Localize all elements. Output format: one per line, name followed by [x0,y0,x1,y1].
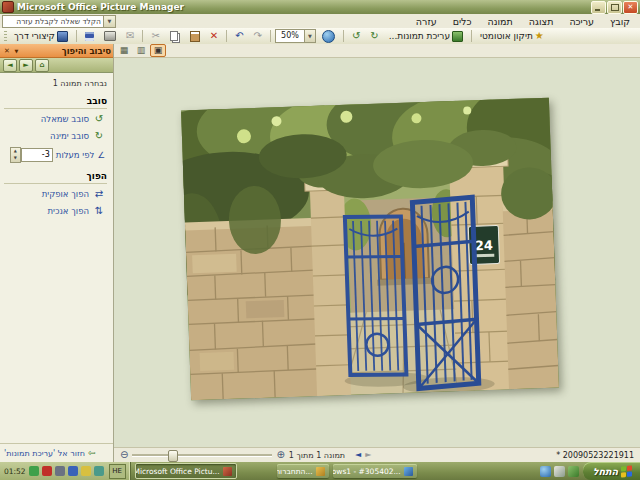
system-tray: 01:52 HE [0,462,131,480]
menu-edit[interactable]: עריכה [561,15,602,28]
shortcuts-button[interactable]: קיצורי דרך [10,28,72,44]
picture-canvas: 24 [114,58,640,447]
tray-icon-yellow[interactable] [81,466,91,476]
show-desktop-icon[interactable] [554,466,565,477]
rotate-left-link[interactable]: ↺ סובב שמאלה [4,113,105,124]
flip-horizontal-link[interactable]: ⇄ הפוך אופקית [4,188,105,199]
help-question-box: ▼ [2,16,116,27]
quick-launch [536,466,583,477]
internet-explorer-icon[interactable] [540,466,551,477]
flip-vertical-link[interactable]: ⇅ הפוך אנכית [4,205,105,216]
close-button[interactable]: ✕ [623,1,638,14]
autocorrect-icon: ★ [535,31,544,41]
minimize-button[interactable] [591,1,606,14]
by-degree-label: לפי מעלות [56,150,95,160]
best-fit-icon [322,30,335,43]
rotate-section-header: סובב [4,96,107,109]
tray-icon-teal[interactable] [94,466,104,476]
menu-file[interactable]: קובץ [602,15,638,28]
copy-icon [170,31,178,41]
hebrew-window-task-icon [316,467,325,476]
save-button[interactable] [81,28,98,44]
tray-icon-antivirus[interactable] [42,466,52,476]
menu-tools[interactable]: כלים [445,15,480,28]
single-view-button[interactable]: ▣ [150,44,166,57]
zoom-value[interactable]: 50% [275,29,305,43]
undo-button[interactable]: ↶ [231,28,247,44]
restore-button[interactable] [607,1,622,14]
rotate-right-button[interactable]: ↻ [366,28,382,44]
previous-picture-icon[interactable]: ◄ [355,451,361,459]
tray-icon-gray[interactable] [55,466,65,476]
picture-manager-task-icon [223,467,232,476]
rotate-left-icon: ↺ [352,31,360,41]
tray-icon-green[interactable] [29,466,39,476]
app-icon [2,1,14,13]
degree-spinner[interactable]: ▲ ▼ [10,147,21,163]
pane-back-icon[interactable]: ◄ [3,59,17,72]
language-indicator[interactable]: HE [109,464,126,479]
windows-taskbar: 01:52 HE ...Microsoft Office Pictu ...הת… [0,462,640,480]
zoom-in-icon[interactable]: ⊕ [276,450,284,460]
task-pane-nav: ◄ ► ⌂ [0,58,113,73]
zoom-combobox[interactable]: 50% ▼ [275,30,316,42]
thumbnail-view-button[interactable]: ▦ [116,44,132,57]
media-player-icon[interactable] [568,466,579,477]
zoom-out-icon[interactable]: ⊖ [120,450,128,460]
pane-home-icon[interactable]: ⌂ [35,59,49,72]
zoom-dropdown-icon[interactable]: ▼ [305,29,316,43]
tray-icon-messenger[interactable] [68,466,78,476]
back-arrow-icon: ⇦ [88,448,96,458]
shortcuts-icon [57,31,68,42]
start-button[interactable]: התחל [583,462,640,480]
menu-picture[interactable]: תמונה [479,15,520,28]
menu-help[interactable]: עזרה [408,15,445,28]
spin-down-icon[interactable]: ▼ [11,155,20,162]
menu-bar: ▼ קובץ עריכה תצוגה תמונה כלים עזרה [0,14,640,29]
task-button-windows-305402[interactable]: ...Windows1 - #305402 [333,464,417,478]
taskbar-clock: 01:52 [4,467,26,476]
edit-pictures-button[interactable]: עריכת תמונות... [385,28,467,44]
zoom-slider[interactable] [132,450,272,460]
task-button-hebrew-window[interactable]: ...התחברות [277,464,329,478]
task-pane-close-icon[interactable]: ✕ [2,47,12,55]
delete-button[interactable]: ✕ [206,28,222,44]
degree-input[interactable]: -3 [21,148,53,162]
pane-forward-icon[interactable]: ► [19,59,33,72]
filmstrip-view-button[interactable]: ▥ [133,44,149,57]
rotate-right-icon: ↻ [93,130,105,141]
photo-garden-gate[interactable]: 24 [181,98,559,401]
task-button-picture-manager[interactable]: ...Microsoft Office Pictu [135,463,237,479]
zoom-slider-thumb[interactable] [168,450,178,462]
next-picture-icon[interactable]: ► [365,451,371,459]
spin-up-icon[interactable]: ▲ [11,148,20,155]
back-to-edit-link[interactable]: ⇦ חזור אל 'עריכת תמונות' [0,443,113,462]
print-button[interactable] [100,28,120,44]
cut-icon: ✂ [151,31,159,41]
task-pane-body: נבחרה תמונה 1 סובב ↺ סובב שמאלה ↻ סובב י… [0,73,113,443]
redo-button[interactable]: ↷ [250,28,266,44]
rotate-left-button[interactable]: ↺ [348,28,364,44]
flip-vertical-icon: ⇅ [93,205,105,216]
rotate-right-link[interactable]: ↻ סובב ימינה [4,130,105,141]
menu-view[interactable]: תצוגה [521,15,562,28]
autocorrect-button[interactable]: ★ תיקון אוטומטי [476,28,548,44]
copy-button[interactable] [166,28,184,44]
delete-icon: ✕ [210,31,218,41]
toolbar-grip[interactable] [4,31,7,42]
current-filename: * 20090523221911 [556,451,634,460]
help-question-input[interactable] [2,15,104,28]
task-pane-dropdown-icon[interactable]: ▼ [12,48,21,54]
cut-button[interactable]: ✂ [147,28,163,44]
photo-image: 24 [181,98,559,401]
rotate-flip-task-pane: ✕ ▼ סיבוב והיפוך ◄ ► ⌂ נבחרה תמונה 1 סוב… [0,44,114,462]
edit-pictures-icon [452,31,463,42]
paste-button[interactable] [186,28,204,44]
redo-icon: ↷ [254,31,262,41]
mail-button[interactable]: ✉ [122,28,138,44]
save-icon [85,32,94,41]
help-dropdown-icon[interactable]: ▼ [104,15,116,28]
best-fit-button[interactable] [318,28,339,44]
task-pane-header: ✕ ▼ סיבוב והיפוך [0,44,113,58]
picture-manager-window: Microsoft Office Picture Manager ✕ ▼ קוב… [0,0,640,480]
